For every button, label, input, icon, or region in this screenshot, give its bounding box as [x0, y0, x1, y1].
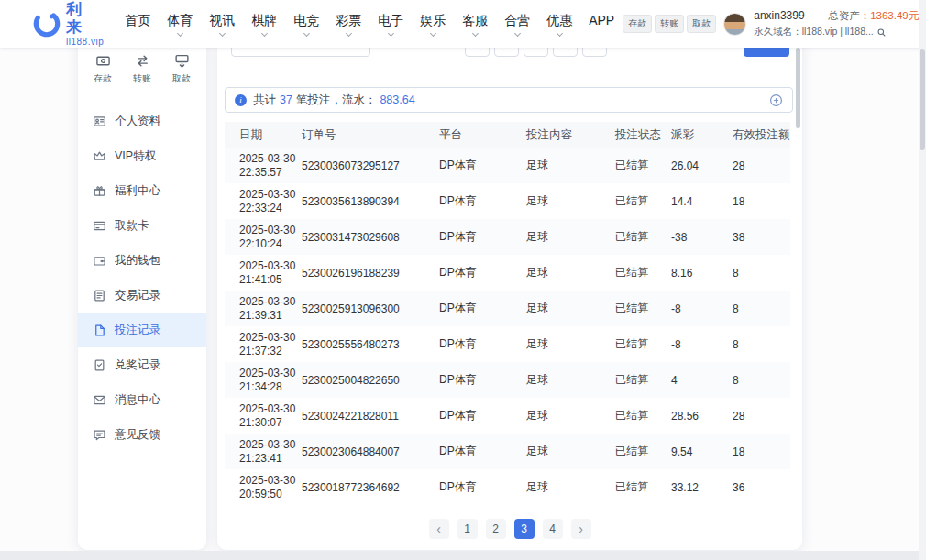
nav-item[interactable]: 彩票 [327, 13, 369, 36]
date-cell: 2025-03-3020:59:50 [225, 474, 302, 501]
valid-amount-cell: 8 [733, 302, 790, 315]
valid-amount-cell: 36 [733, 481, 790, 494]
order-number-cell: 5230024221828011 [302, 410, 439, 423]
bet-status-cell: 已结算 [615, 301, 671, 316]
bet-status-cell: 已结算 [615, 158, 671, 173]
column-header: 日期 [225, 127, 302, 143]
page-scrollbar[interactable] [919, 0, 926, 560]
sidebar-item[interactable]: 我的钱包 [78, 243, 206, 278]
bet-time: 21:30:07 [239, 416, 302, 430]
card-icon [93, 219, 106, 233]
payout-cell: 9.54 [671, 445, 733, 458]
bet-time: 22:33:24 [239, 202, 302, 215]
payout-cell: 8.16 [671, 267, 733, 280]
sidebar-item-label: 意见反馈 [115, 427, 160, 443]
quick-action-button[interactable]: 取款 [687, 15, 716, 33]
payout-cell: 4 [671, 374, 733, 387]
pagination-page[interactable]: 1 [457, 519, 478, 539]
main-nav: 首页体育视讯棋牌电竞彩票电子娱乐客服合营优惠APP [116, 13, 623, 36]
table-row: 2025-03-3021:34:285230025004822650DP体育足球… [225, 362, 790, 398]
bet-time: 20:59:50 [239, 488, 302, 501]
content-scrollbar[interactable] [796, 48, 800, 128]
welfare-icon [93, 184, 106, 198]
quick-action-button[interactable]: 转账 [655, 15, 684, 33]
vip-icon [93, 149, 106, 163]
bet-status-cell: 已结算 [615, 408, 671, 423]
column-header: 有效投注额 [733, 127, 790, 143]
sidebar-item[interactable]: VIP特权 [78, 138, 206, 173]
pagination-prev[interactable]: ‹ [429, 519, 449, 539]
bet-time: 22:35:57 [239, 166, 302, 180]
nav-item[interactable]: 电子 [369, 13, 412, 36]
nav-item[interactable]: 电竞 [285, 13, 327, 36]
sidebar-item-label: 福利中心 [115, 183, 160, 199]
platform-cell: DP体育 [439, 158, 526, 173]
date-cell: 2025-03-3021:34:28 [225, 367, 302, 394]
user-quick-actions: 存款转账取款 [623, 15, 716, 33]
nav-item[interactable]: 棋牌 [243, 13, 285, 36]
brand-name: 利来 [66, 1, 104, 37]
valid-amount-cell: 8 [733, 338, 790, 351]
expand-icon[interactable] [769, 93, 783, 107]
bet-date: 2025-03-30 [239, 438, 302, 452]
sidebar-item[interactable]: 个人资料 [78, 104, 206, 138]
nav-item-label: 电竞 [293, 13, 319, 29]
chevron-down-icon [430, 29, 436, 36]
nav-item-label: 视讯 [209, 13, 235, 29]
nav-item[interactable]: 客服 [454, 13, 496, 36]
page-scrollbar-thumb[interactable] [920, 49, 925, 150]
sidebar-item[interactable]: 交易记录 [78, 278, 206, 313]
avatar[interactable] [723, 13, 746, 36]
date-cell: 2025-03-3021:30:07 [225, 402, 302, 430]
total-assets-value: 1363.49元 [870, 10, 919, 21]
order-number-cell: 5230036073295127 [302, 159, 439, 172]
chevron-down-icon [472, 29, 479, 36]
nav-item[interactable]: 娱乐 [412, 13, 454, 36]
search-icon[interactable] [876, 27, 887, 38]
sidebar-item-label: 兑奖记录 [115, 357, 160, 373]
bet-status-cell: 已结算 [615, 444, 671, 459]
nav-item[interactable]: 合营 [496, 13, 538, 36]
nav-item[interactable]: APP [580, 13, 623, 36]
sidebar-quick-action[interactable]: 取款 [172, 53, 191, 85]
bets-icon [93, 324, 106, 337]
nav-item[interactable]: 首页 [116, 13, 159, 36]
date-cell: 2025-03-3021:41:05 [225, 259, 302, 287]
table-row: 2025-03-3020:59:505230018772364692DP体育足球… [225, 469, 790, 505]
brand-logo[interactable]: 利来 ll188.vip [33, 1, 104, 48]
sidebar-item[interactable]: 福利中心 [78, 173, 206, 208]
sidebar-item[interactable]: 意见反馈 [78, 417, 206, 452]
sidebar-item[interactable]: 取款卡 [78, 208, 206, 243]
payout-cell: -8 [671, 302, 733, 315]
table-row: 2025-03-3021:37:325230025556480273DP体育足球… [225, 326, 790, 362]
quick-action-button[interactable]: 存款 [623, 15, 652, 33]
bet-date: 2025-03-30 [239, 259, 302, 273]
bet-status-cell: 已结算 [615, 372, 671, 388]
sidebar-quick-action[interactable]: 转账 [133, 53, 151, 85]
pagination-page[interactable]: 3 [514, 519, 535, 539]
sidebar-item[interactable]: 投注记录 [78, 313, 206, 347]
nav-item[interactable]: 优惠 [538, 13, 580, 36]
nav-item-label: 合营 [504, 13, 530, 29]
transactions-icon [93, 289, 106, 302]
sidebar-item-label: 投注记录 [115, 323, 160, 338]
username: anxin3399 [754, 9, 804, 22]
valid-amount-cell: 8 [733, 267, 790, 280]
bet-time: 21:41:05 [239, 273, 302, 287]
nav-item[interactable]: 视讯 [201, 13, 243, 36]
sidebar-item[interactable]: 兑奖记录 [78, 347, 206, 382]
pagination-page[interactable]: 2 [486, 519, 506, 539]
nav-item-label: 体育 [167, 13, 193, 29]
sidebar-item[interactable]: 消息中心 [78, 382, 206, 417]
summary-turnover: 883.64 [380, 93, 414, 106]
pagination-page[interactable]: 4 [543, 519, 563, 539]
messages-icon [93, 393, 106, 407]
nav-item-label: 棋牌 [251, 13, 277, 29]
nav-item[interactable]: 体育 [159, 13, 201, 36]
sidebar-quick-action[interactable]: 存款 [94, 53, 112, 85]
pagination-next[interactable]: › [571, 519, 591, 539]
permanent-domain: 永久域名：ll188.vip | ll188... [754, 26, 919, 38]
bet-time: 21:37:32 [239, 345, 302, 358]
bet-content-cell: 足球 [526, 193, 615, 209]
sidebar-menu: 个人资料VIP特权福利中心取款卡我的钱包交易记录投注记录兑奖记录消息中心意见反馈 [78, 104, 206, 452]
